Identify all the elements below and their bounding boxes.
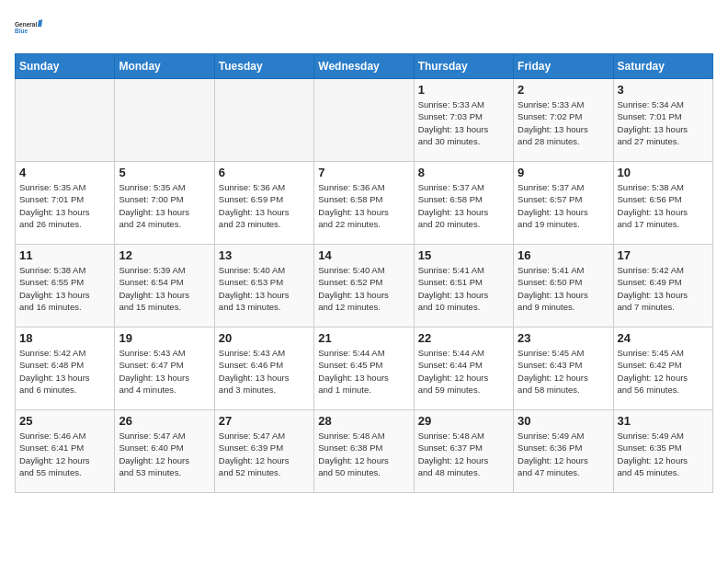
calendar-cell: 13Sunrise: 5:40 AM Sunset: 6:53 PM Dayli… bbox=[214, 245, 313, 327]
calendar-cell: 28Sunrise: 5:48 AM Sunset: 6:38 PM Dayli… bbox=[314, 410, 414, 493]
day-info: Sunrise: 5:37 AM Sunset: 6:57 PM Dayligh… bbox=[518, 181, 609, 230]
day-number: 16 bbox=[518, 248, 609, 262]
svg-marker-3 bbox=[40, 19, 42, 20]
calendar-cell: 18Sunrise: 5:42 AM Sunset: 6:48 PM Dayli… bbox=[16, 327, 115, 410]
day-info: Sunrise: 5:43 AM Sunset: 6:47 PM Dayligh… bbox=[119, 347, 210, 396]
weekday-header-thursday: Thursday bbox=[414, 54, 513, 79]
day-number: 6 bbox=[219, 166, 310, 179]
calendar-cell: 1Sunrise: 5:33 AM Sunset: 7:03 PM Daylig… bbox=[414, 79, 513, 162]
calendar-cell: 24Sunrise: 5:45 AM Sunset: 6:42 PM Dayli… bbox=[613, 327, 712, 410]
calendar-table: SundayMondayTuesdayWednesdayThursdayFrid… bbox=[15, 53, 713, 493]
day-number: 10 bbox=[618, 166, 709, 179]
calendar-cell: 16Sunrise: 5:41 AM Sunset: 6:50 PM Dayli… bbox=[514, 245, 613, 327]
day-info: Sunrise: 5:35 AM Sunset: 7:01 PM Dayligh… bbox=[19, 181, 110, 230]
day-number: 22 bbox=[418, 331, 509, 345]
day-info: Sunrise: 5:36 AM Sunset: 6:59 PM Dayligh… bbox=[219, 181, 310, 230]
calendar-cell: 7Sunrise: 5:36 AM Sunset: 6:58 PM Daylig… bbox=[314, 162, 414, 245]
day-info: Sunrise: 5:40 AM Sunset: 6:52 PM Dayligh… bbox=[318, 264, 409, 313]
calendar-cell: 30Sunrise: 5:49 AM Sunset: 6:36 PM Dayli… bbox=[514, 410, 613, 493]
calendar-week-row: 4Sunrise: 5:35 AM Sunset: 7:01 PM Daylig… bbox=[16, 162, 713, 245]
calendar-cell: 8Sunrise: 5:37 AM Sunset: 6:58 PM Daylig… bbox=[414, 162, 513, 245]
svg-text:Blue: Blue bbox=[15, 28, 28, 34]
day-info: Sunrise: 5:42 AM Sunset: 6:49 PM Dayligh… bbox=[618, 264, 709, 313]
calendar-cell: 11Sunrise: 5:38 AM Sunset: 6:55 PM Dayli… bbox=[16, 245, 115, 327]
calendar-cell: 27Sunrise: 5:47 AM Sunset: 6:39 PM Dayli… bbox=[214, 410, 313, 493]
weekday-header-wednesday: Wednesday bbox=[314, 54, 414, 79]
calendar-cell: 31Sunrise: 5:49 AM Sunset: 6:35 PM Dayli… bbox=[613, 410, 712, 493]
calendar-cell: 9Sunrise: 5:37 AM Sunset: 6:57 PM Daylig… bbox=[514, 162, 613, 245]
day-info: Sunrise: 5:38 AM Sunset: 6:56 PM Dayligh… bbox=[618, 181, 709, 230]
day-number: 21 bbox=[318, 331, 409, 345]
calendar-cell: 23Sunrise: 5:45 AM Sunset: 6:43 PM Dayli… bbox=[514, 327, 613, 410]
day-info: Sunrise: 5:35 AM Sunset: 7:00 PM Dayligh… bbox=[119, 181, 210, 230]
weekday-header-sunday: Sunday bbox=[16, 54, 115, 79]
calendar-cell: 5Sunrise: 5:35 AM Sunset: 7:00 PM Daylig… bbox=[115, 162, 214, 245]
day-info: Sunrise: 5:41 AM Sunset: 6:50 PM Dayligh… bbox=[518, 264, 609, 313]
day-number: 9 bbox=[518, 166, 609, 179]
calendar-week-row: 25Sunrise: 5:46 AM Sunset: 6:41 PM Dayli… bbox=[16, 410, 713, 493]
day-number: 18 bbox=[19, 331, 110, 345]
calendar-cell: 2Sunrise: 5:33 AM Sunset: 7:02 PM Daylig… bbox=[514, 79, 613, 162]
day-number: 29 bbox=[418, 414, 509, 428]
calendar-cell: 20Sunrise: 5:43 AM Sunset: 6:46 PM Dayli… bbox=[214, 327, 313, 410]
calendar-cell: 3Sunrise: 5:34 AM Sunset: 7:01 PM Daylig… bbox=[613, 79, 712, 162]
day-number: 17 bbox=[618, 248, 709, 262]
calendar-cell: 19Sunrise: 5:43 AM Sunset: 6:47 PM Dayli… bbox=[115, 327, 214, 410]
day-info: Sunrise: 5:45 AM Sunset: 6:43 PM Dayligh… bbox=[518, 347, 609, 396]
weekday-header-monday: Monday bbox=[115, 54, 214, 79]
day-info: Sunrise: 5:45 AM Sunset: 6:42 PM Dayligh… bbox=[618, 347, 709, 396]
day-info: Sunrise: 5:43 AM Sunset: 6:46 PM Dayligh… bbox=[219, 347, 310, 396]
calendar-cell: 15Sunrise: 5:41 AM Sunset: 6:51 PM Dayli… bbox=[414, 245, 513, 327]
weekday-header-tuesday: Tuesday bbox=[214, 54, 313, 79]
day-info: Sunrise: 5:39 AM Sunset: 6:54 PM Dayligh… bbox=[119, 264, 210, 313]
logo-icon: General Blue bbox=[15, 15, 42, 42]
day-info: Sunrise: 5:33 AM Sunset: 7:02 PM Dayligh… bbox=[518, 98, 609, 147]
calendar-cell: 6Sunrise: 5:36 AM Sunset: 6:59 PM Daylig… bbox=[214, 162, 313, 245]
calendar-cell: 4Sunrise: 5:35 AM Sunset: 7:01 PM Daylig… bbox=[16, 162, 115, 245]
logo: General Blue bbox=[15, 15, 42, 42]
day-number: 23 bbox=[518, 331, 609, 345]
day-info: Sunrise: 5:48 AM Sunset: 6:38 PM Dayligh… bbox=[318, 430, 409, 478]
day-info: Sunrise: 5:37 AM Sunset: 6:58 PM Dayligh… bbox=[418, 181, 509, 230]
day-number: 11 bbox=[19, 248, 110, 262]
weekday-header-friday: Friday bbox=[514, 54, 613, 79]
day-number: 14 bbox=[318, 248, 409, 262]
day-info: Sunrise: 5:40 AM Sunset: 6:53 PM Dayligh… bbox=[219, 264, 310, 313]
day-number: 12 bbox=[119, 248, 210, 262]
day-info: Sunrise: 5:46 AM Sunset: 6:41 PM Dayligh… bbox=[19, 430, 110, 478]
day-number: 7 bbox=[318, 166, 409, 179]
day-number: 27 bbox=[219, 414, 310, 428]
day-info: Sunrise: 5:34 AM Sunset: 7:01 PM Dayligh… bbox=[618, 98, 709, 147]
day-number: 20 bbox=[219, 331, 310, 345]
day-number: 24 bbox=[618, 331, 709, 345]
day-number: 30 bbox=[518, 414, 609, 428]
day-number: 15 bbox=[418, 248, 509, 262]
day-info: Sunrise: 5:49 AM Sunset: 6:36 PM Dayligh… bbox=[518, 430, 609, 478]
calendar-cell bbox=[314, 79, 414, 162]
calendar-cell: 12Sunrise: 5:39 AM Sunset: 6:54 PM Dayli… bbox=[115, 245, 214, 327]
day-number: 1 bbox=[418, 83, 509, 97]
day-info: Sunrise: 5:38 AM Sunset: 6:55 PM Dayligh… bbox=[19, 264, 110, 313]
calendar-week-row: 1Sunrise: 5:33 AM Sunset: 7:03 PM Daylig… bbox=[16, 79, 713, 162]
svg-text:General: General bbox=[15, 21, 37, 28]
day-number: 4 bbox=[19, 166, 110, 179]
calendar-cell: 29Sunrise: 5:48 AM Sunset: 6:37 PM Dayli… bbox=[414, 410, 513, 493]
day-number: 5 bbox=[119, 166, 210, 179]
day-info: Sunrise: 5:44 AM Sunset: 6:45 PM Dayligh… bbox=[318, 347, 409, 396]
day-info: Sunrise: 5:36 AM Sunset: 6:58 PM Dayligh… bbox=[318, 181, 409, 230]
day-info: Sunrise: 5:44 AM Sunset: 6:44 PM Dayligh… bbox=[418, 347, 509, 396]
day-number: 3 bbox=[618, 83, 709, 97]
day-info: Sunrise: 5:47 AM Sunset: 6:39 PM Dayligh… bbox=[219, 430, 310, 478]
calendar-cell: 14Sunrise: 5:40 AM Sunset: 6:52 PM Dayli… bbox=[314, 245, 414, 327]
day-number: 19 bbox=[119, 331, 210, 345]
calendar-cell bbox=[16, 79, 115, 162]
day-info: Sunrise: 5:48 AM Sunset: 6:37 PM Dayligh… bbox=[418, 430, 509, 478]
day-number: 25 bbox=[19, 414, 110, 428]
calendar-cell: 26Sunrise: 5:47 AM Sunset: 6:40 PM Dayli… bbox=[115, 410, 214, 493]
calendar-cell bbox=[115, 79, 214, 162]
day-number: 13 bbox=[219, 248, 310, 262]
calendar-cell: 21Sunrise: 5:44 AM Sunset: 6:45 PM Dayli… bbox=[314, 327, 414, 410]
calendar-cell bbox=[214, 79, 313, 162]
calendar-week-row: 11Sunrise: 5:38 AM Sunset: 6:55 PM Dayli… bbox=[16, 245, 713, 327]
day-number: 8 bbox=[418, 166, 509, 179]
